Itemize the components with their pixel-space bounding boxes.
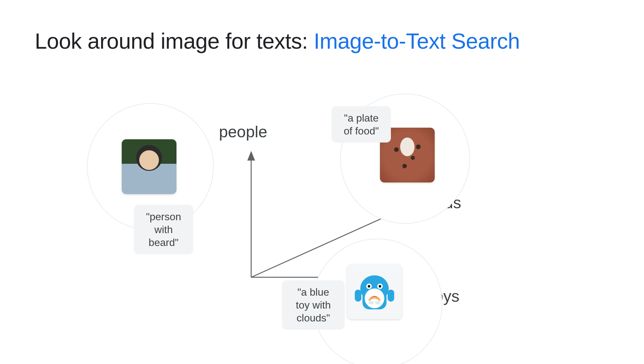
svg-rect-14 (355, 290, 361, 301)
caption-people: "person with beard" (134, 205, 193, 254)
svg-point-12 (368, 285, 370, 288)
svg-marker-1 (247, 151, 255, 161)
axis-label-people: people (219, 123, 267, 141)
svg-point-16 (368, 301, 374, 304)
svg-rect-15 (388, 290, 394, 301)
thumbnail-person (122, 139, 176, 194)
svg-point-13 (379, 285, 381, 288)
caption-foods: "a plate of food" (332, 106, 391, 143)
slide-canvas: Look around image for texts: Image-to-Te… (0, 0, 644, 364)
svg-point-17 (375, 301, 381, 304)
thumbnail-toy (347, 264, 402, 319)
caption-toys: "a blue toy with clouds" (282, 280, 345, 330)
